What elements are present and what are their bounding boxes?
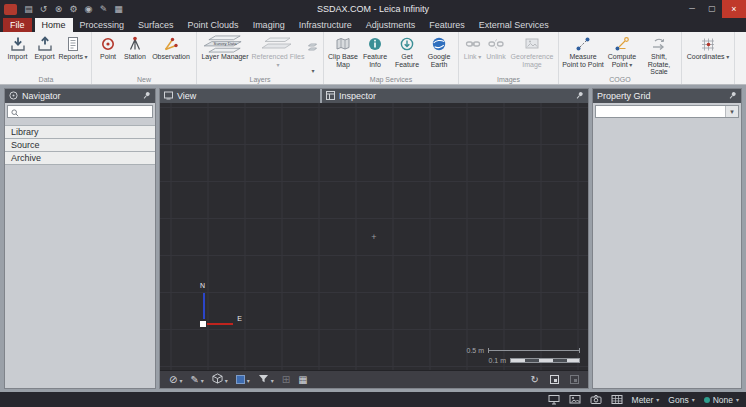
inspector-pin-icon[interactable]: [575, 91, 584, 102]
layers-stack-icon: Survey Data: [201, 35, 249, 52]
axis-indicator: N E: [196, 284, 242, 332]
tab-infrastructure[interactable]: Infrastructure: [292, 18, 359, 32]
measure-point-to-point-button[interactable]: Measure Point to Point: [562, 34, 604, 68]
station-button[interactable]: Station: [121, 34, 149, 61]
tab-file[interactable]: File: [3, 18, 32, 32]
snap-mode-dropdown[interactable]: None▾: [704, 395, 739, 405]
settings-icon[interactable]: ⚙: [67, 2, 80, 16]
clip-base-map-button[interactable]: Clip Base Map: [327, 34, 359, 68]
center-headers: View Inspector: [160, 89, 588, 103]
ribbon-group-new: Point Station Observation New: [92, 32, 197, 84]
property-grid-pin-icon[interactable]: [728, 91, 737, 102]
angle-unit-dropdown[interactable]: Gons▾: [668, 395, 694, 405]
snap-status-icon: [704, 397, 710, 403]
search-icon: [11, 103, 19, 121]
tab-point-clouds[interactable]: Point Clouds: [181, 18, 246, 32]
layout-icon[interactable]: ▦: [112, 2, 125, 16]
observation-button[interactable]: Observation: [149, 34, 193, 61]
fit-view-tool[interactable]: [550, 375, 559, 384]
tab-imaging[interactable]: Imaging: [246, 18, 292, 32]
tab-home[interactable]: Home: [35, 18, 73, 32]
feature-info-button[interactable]: Feature Info: [359, 34, 391, 68]
get-feature-button[interactable]: Get Feature: [391, 34, 423, 68]
display-settings-icon[interactable]: [548, 394, 560, 405]
search-input[interactable]: [22, 106, 149, 117]
view-header[interactable]: View: [160, 89, 320, 103]
delete-icon[interactable]: ⊗: [52, 2, 65, 16]
angle-unit-value: Gons: [668, 395, 688, 405]
close-button[interactable]: ×: [722, 0, 746, 18]
compute-point-button[interactable]: Compute Point: [604, 34, 640, 68]
property-grid-panel: Property Grid ▾: [592, 88, 742, 389]
tab-external-services[interactable]: External Services: [472, 18, 556, 32]
property-selector-dropdown[interactable]: ▾: [595, 105, 739, 118]
tab-adjustments[interactable]: Adjustments: [359, 18, 423, 32]
import-button[interactable]: Import: [4, 34, 31, 61]
snapshot-icon[interactable]: [590, 394, 602, 405]
station-icon: [127, 35, 143, 52]
distance-unit-dropdown[interactable]: Meter▾: [632, 395, 660, 405]
save-icon[interactable]: ▤: [22, 2, 35, 16]
background-swatch-icon: [236, 375, 245, 384]
filter-tool[interactable]: [258, 374, 274, 386]
observation-icon: [163, 35, 179, 52]
referenced-files-button[interactable]: Referenced Files: [250, 34, 306, 68]
navigator-header: Navigator: [5, 89, 155, 103]
tab-features[interactable]: Features: [422, 18, 472, 32]
secondary-grid-tool[interactable]: ⊞: [282, 375, 290, 385]
grid-icon: ▦: [298, 375, 307, 385]
inspector-header[interactable]: Inspector: [322, 89, 588, 103]
svg-text:Survey Data: Survey Data: [214, 41, 238, 46]
ribbon-group-cogo: Measure Point to Point Compute Point Shi…: [559, 32, 682, 84]
layers-options-button[interactable]: [306, 34, 320, 77]
tools-icon[interactable]: ✎: [97, 2, 110, 16]
view-canvas[interactable]: N E 0.5 m 0.1 m: [160, 103, 588, 370]
point-button[interactable]: Point: [95, 34, 121, 61]
clip-base-map-icon: [335, 35, 351, 52]
ribbon: Import Export Reports Data Point Station: [0, 32, 746, 85]
refresh-view-tool[interactable]: ↻: [531, 375, 539, 385]
report-table-icon[interactable]: [611, 394, 623, 405]
snap-off-tool[interactable]: ⊘: [169, 375, 182, 385]
undo-icon[interactable]: ↺: [37, 2, 50, 16]
draw-style-tool[interactable]: ✎: [190, 375, 203, 385]
east-axis-line: [207, 323, 233, 325]
google-earth-icon: [431, 35, 447, 52]
export-button[interactable]: Export: [31, 34, 58, 61]
previous-view-tool[interactable]: [570, 375, 579, 384]
link-image-button[interactable]: Link: [462, 34, 483, 61]
image-view-icon[interactable]: [569, 394, 581, 405]
navigator-item-source[interactable]: Source: [5, 139, 155, 152]
tab-surfaces[interactable]: Surfaces: [131, 18, 181, 32]
navigator-item-archive[interactable]: Archive: [5, 152, 155, 165]
app-icon[interactable]: [4, 4, 17, 15]
shift-rotate-scale-button[interactable]: Shift, Rotate, Scale: [640, 34, 678, 76]
tab-processing[interactable]: Processing: [73, 18, 132, 32]
navigator-item-library[interactable]: Library: [5, 126, 155, 139]
layer-manager-button[interactable]: Survey Data Layer Manager: [200, 34, 250, 61]
main-area: Navigator Library Source Archive: [0, 85, 746, 392]
view-3d-tool[interactable]: [212, 373, 228, 386]
google-earth-button[interactable]: Google Earth: [423, 34, 455, 68]
coordinates-button[interactable]: Coordinates: [685, 34, 731, 61]
snap-mode-value: None: [713, 395, 733, 405]
navigator-search[interactable]: [7, 105, 153, 118]
pin-icon[interactable]: ◉: [82, 2, 95, 16]
ribbon-group-coordinates: Coordinates: [682, 32, 735, 84]
ribbon-group-data: Import Export Reports Data: [1, 32, 92, 84]
unlink-image-button[interactable]: Unlink: [483, 34, 509, 61]
unlink-icon: [488, 35, 504, 52]
scale-bars: 0.5 m 0.1 m: [466, 347, 580, 364]
grid-toggle-tool[interactable]: ▦: [298, 375, 307, 385]
background-color-tool[interactable]: [236, 375, 250, 385]
reports-button[interactable]: Reports: [58, 34, 88, 61]
minimize-button[interactable]: ─: [682, 0, 702, 18]
navigator-body: Library Source Archive: [5, 103, 155, 388]
georeference-image-button[interactable]: Georeference Image: [509, 34, 555, 68]
reports-icon: [65, 35, 81, 52]
navigator-pin-icon[interactable]: [142, 91, 151, 102]
maximize-button[interactable]: ▢: [702, 0, 722, 18]
chevron-down-icon[interactable]: ▾: [725, 106, 738, 117]
georeference-image-icon: [524, 35, 540, 52]
ribbon-group-map-services: Clip Base Map Feature Info Get Feature G…: [324, 32, 459, 84]
